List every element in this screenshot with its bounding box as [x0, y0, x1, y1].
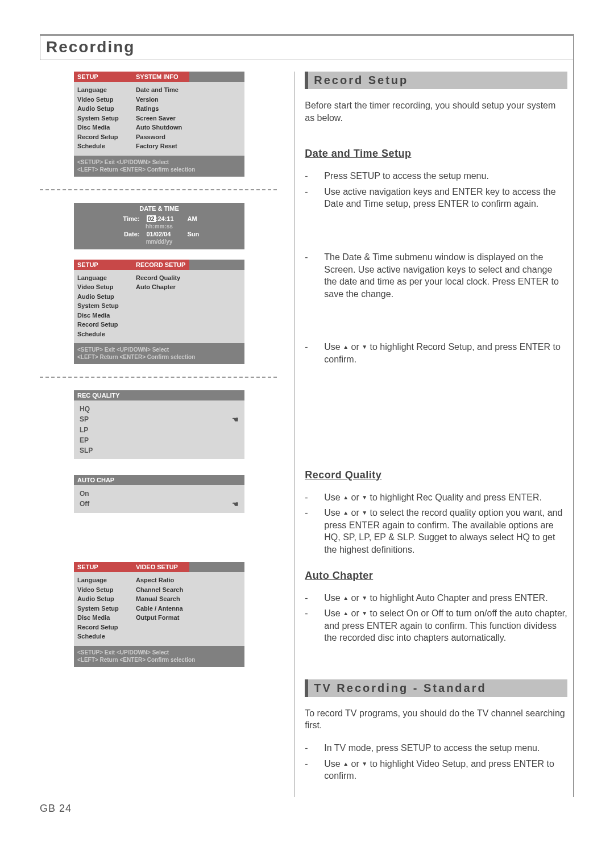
- text: or: [349, 508, 362, 518]
- menu-item: Video Setup: [77, 282, 129, 292]
- menu-item: Disc Media: [77, 123, 129, 132]
- menu-item: Date and Time: [136, 85, 241, 95]
- pointer-icon: [232, 415, 239, 424]
- text: or: [349, 493, 362, 502]
- auto-chapter-bullets: Use or to highlight Auto Chapter and pre…: [305, 592, 567, 648]
- menu-item: Password: [136, 132, 241, 142]
- pointer-icon: [232, 500, 239, 508]
- text: or: [349, 759, 362, 769]
- tv-recording-heading: TV Recording - Standard: [308, 679, 567, 697]
- up-arrow-icon: [343, 493, 349, 502]
- rec-quality-item: SP: [80, 415, 89, 424]
- menu-item: Manual Search: [136, 594, 241, 604]
- bullet-item: Use or to select On or Off to turn on/of…: [305, 607, 567, 644]
- down-arrow-icon: [362, 608, 367, 618]
- menu-item: Screen Saver: [136, 114, 241, 123]
- menu-footer-line: <LEFT> Return <ENTER> Confirm selection: [77, 166, 241, 173]
- bullet-item: In TV mode, press SETUP to access the se…: [305, 742, 567, 754]
- record-setup-heading-bar: Record Setup: [305, 72, 567, 89]
- auto-chap-box: AUTO CHAP On Off: [74, 475, 244, 513]
- menu-item: Audio Setup: [77, 104, 129, 114]
- rec-quality-item: LP: [80, 426, 88, 434]
- text: Use: [324, 342, 343, 352]
- menu-footer-line: <LEFT> Return <ENTER> Confirm selection: [77, 353, 241, 361]
- setup-items: Language Video Setup Audio Setup System …: [74, 270, 132, 344]
- time-label: Time:: [114, 215, 140, 222]
- menu-item: Ratings: [136, 104, 241, 114]
- menu-item: Record Setup: [77, 623, 129, 632]
- down-arrow-icon: [362, 508, 367, 518]
- menu-header-system-info: SYSTEM INFO: [132, 72, 189, 82]
- rec-quality-item: HQ: [80, 405, 90, 413]
- left-column: SETUP SYSTEM INFO Language Video Setup A…: [40, 72, 277, 797]
- menu-item: Version: [136, 95, 241, 105]
- up-arrow-icon: [343, 608, 349, 618]
- menu-item: Schedule: [77, 141, 129, 151]
- menu-item: Aspect Ratio: [136, 575, 241, 585]
- bullet-item: Use or to select the record quality opti…: [305, 507, 567, 556]
- menu-item: Video Setup: [77, 95, 129, 105]
- system-info-items: Date and Time Version Ratings Screen Sav…: [132, 82, 244, 156]
- time-value: 02:24:11: [147, 215, 181, 222]
- page-title: Recording: [40, 35, 574, 60]
- menu-footer-line: <SETUP> Exit <UP/DOWN> Select: [77, 649, 241, 656]
- date-value: 01/02/04: [147, 231, 181, 237]
- menu-item: Output Format: [136, 613, 241, 623]
- record-setup-items: Record Quality Auto Chapter: [132, 270, 244, 344]
- page-number: GB 24: [40, 803, 574, 815]
- auto-chap-item: On: [80, 490, 89, 498]
- down-arrow-icon: [362, 593, 367, 603]
- menu-item: Auto Chapter: [136, 282, 241, 292]
- content-frame: Recording SETUP SYSTEM INFO Language Vid…: [40, 34, 574, 797]
- time-format: hh:mm:ss: [74, 223, 244, 229]
- text: Use: [324, 593, 343, 603]
- up-arrow-icon: [343, 342, 349, 352]
- record-quality-bullets: Use or to highlight Rec Quality and pres…: [305, 491, 567, 560]
- menu-header-setup: SETUP: [74, 260, 132, 270]
- menu-item: Audio Setup: [77, 292, 129, 302]
- manual-page: Recording SETUP SYSTEM INFO Language Vid…: [0, 0, 614, 837]
- video-setup-items: Aspect Ratio Channel Search Manual Searc…: [132, 572, 244, 646]
- auto-chap-item: Off: [80, 500, 89, 508]
- menu-footer-line: <SETUP> Exit <UP/DOWN> Select: [77, 346, 241, 353]
- setup-record-setup-menu: SETUP RECORD SETUP Language Video Setup …: [74, 260, 244, 365]
- menu-item: Record Quality: [136, 273, 241, 283]
- down-arrow-icon: [362, 342, 367, 352]
- menu-item: Disc Media: [77, 311, 129, 320]
- bullet-item: Use or to highlight Video Setup, and pre…: [305, 758, 567, 782]
- menu-item: Channel Search: [136, 585, 241, 595]
- bullet-item: Use or to highlight Record Setup, and pr…: [305, 341, 567, 365]
- two-column-layout: SETUP SYSTEM INFO Language Video Setup A…: [40, 60, 573, 797]
- menu-item: Record Setup: [77, 320, 129, 329]
- auto-chapter-heading: Auto Chapter: [305, 570, 567, 582]
- menu-item: Language: [77, 575, 129, 585]
- bullet-item: Use active navigation keys and ENTER key…: [305, 186, 567, 210]
- bullet-item: Use or to highlight Rec Quality and pres…: [305, 491, 567, 504]
- date-format: mm/dd/yy: [74, 239, 244, 245]
- text: or: [349, 608, 362, 618]
- record-setup-heading: Record Setup: [308, 72, 567, 89]
- menu-item: System Setup: [77, 301, 129, 311]
- menu-item: Language: [77, 85, 129, 95]
- setup-items: Language Video Setup Audio Setup System …: [74, 572, 132, 646]
- menu-item: Schedule: [77, 632, 129, 641]
- text: Use: [324, 508, 343, 518]
- menu-item: System Setup: [77, 604, 129, 614]
- up-arrow-icon: [343, 759, 349, 769]
- text: Use: [324, 759, 343, 769]
- menu-header-setup: SETUP: [74, 562, 132, 572]
- rec-quality-item: SLP: [80, 446, 93, 454]
- text: Use: [324, 608, 343, 618]
- menu-item: Schedule: [77, 329, 129, 339]
- date-day: Sun: [188, 231, 205, 237]
- record-setup-intro: Before start the timer recording, you sh…: [305, 99, 567, 124]
- record-quality-heading: Record Quality: [305, 469, 567, 481]
- time-ampm: AM: [188, 215, 205, 222]
- date-time-setup-heading: Date and Time Setup: [305, 148, 567, 160]
- dashed-separator: [40, 377, 277, 378]
- text: to highlight Auto Chapter and press ENTE…: [367, 593, 548, 603]
- menu-item: Factory Reset: [136, 141, 241, 151]
- bullet-item: The Date & Time submenu window is displa…: [305, 251, 567, 300]
- time-hour-highlight: 02: [147, 215, 156, 222]
- menu-item: Auto Shutdown: [136, 123, 241, 132]
